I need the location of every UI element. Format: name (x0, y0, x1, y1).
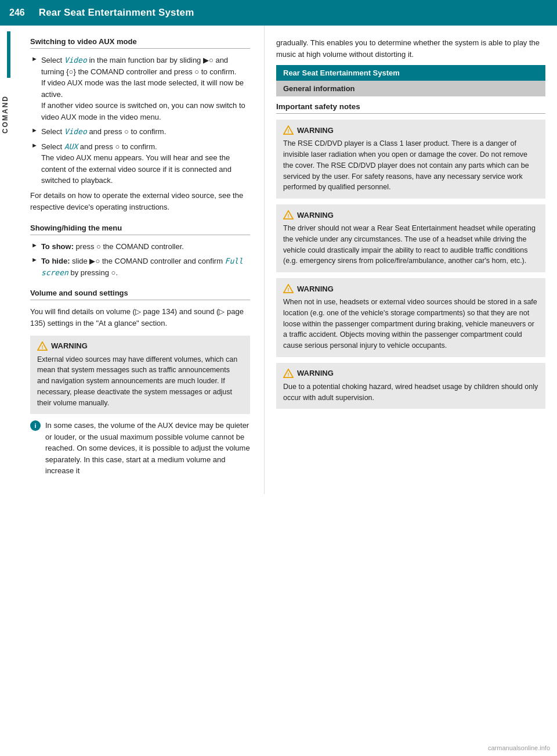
right-column: gradually. This enables you to determine… (265, 26, 557, 494)
list-item: ► Select Video and press ○ to confirm. (30, 126, 250, 138)
svg-text:!: ! (288, 213, 290, 219)
sidebar-label: COMAND (1, 95, 9, 134)
warning-triangle-icon-2: ! (283, 210, 294, 219)
warning-label: WARNING (51, 341, 88, 350)
para-operating: For details on how to operate the extern… (30, 190, 250, 213)
item-text: Select AUX and press ○ to confirm.The vi… (41, 141, 250, 186)
svg-text:!: ! (288, 128, 290, 134)
item-text: Select Video and press ○ to confirm. (41, 126, 166, 138)
svg-text:!: ! (42, 344, 44, 350)
list-item: ► To hide: slide ▶○ the COMAND controlle… (30, 255, 250, 278)
arrow-icon: ► (31, 256, 38, 278)
item-text: To hide: slide ▶○ the COMAND controller … (41, 255, 250, 278)
item-text: Select Video in the main function bar by… (41, 55, 250, 123)
gen-info-header: General information (276, 81, 545, 96)
sidebar: COMAND (0, 26, 21, 494)
svg-text:!: ! (288, 372, 290, 377)
info-circle-icon: i (30, 420, 41, 431)
watermark: carmanualsonline.info (488, 744, 550, 751)
warning-triangle-icon: ! (37, 341, 48, 351)
svg-text:!: ! (288, 287, 290, 293)
list-item: ► To show: press ○ the COMAND controller… (30, 241, 250, 253)
important-safety-heading: Important safety notes (276, 102, 545, 114)
list-item: ► Select AUX and press ○ to confirm.The … (30, 141, 250, 186)
section-switching-video: Switching to video AUX mode (30, 37, 250, 49)
page-number: 246 (9, 8, 25, 18)
warning-box-2: ! WARNING The driver should not wear a R… (276, 204, 545, 272)
warning-text-2: The driver should not wear a Rear Seat E… (283, 223, 538, 267)
info-note: i In some cases, the volume of the AUX d… (30, 420, 250, 477)
section-showing-hiding: Showing/hiding the menu (30, 224, 250, 235)
warning-box-1: ! WARNING The RSE CD/DVD player is a Cla… (276, 120, 545, 199)
section-volume-sound: Volume and sound settings (30, 289, 250, 300)
item-text: To show: press ○ the COMAND controller. (41, 241, 184, 253)
arrow-icon: ► (31, 142, 38, 186)
warning-triangle-icon-3: ! (283, 284, 294, 293)
warning-box-3: ! WARNING When not in use, headsets or e… (276, 278, 545, 357)
warning-triangle-icon-1: ! (283, 125, 294, 135)
warning-box-4: ! WARNING Due to a potential choking haz… (276, 363, 545, 409)
continuation-para: gradually. This enables you to determine… (276, 37, 545, 60)
sidebar-accent (7, 31, 10, 78)
rse-header: Rear Seat Entertainment System (276, 65, 545, 81)
arrow-icon: ► (31, 55, 38, 123)
header-title: Rear Seat Entertainment System (39, 7, 194, 19)
warning-box-volume: ! WARNING External video sources may hav… (30, 336, 250, 415)
warning-text: External video sources may have differen… (37, 354, 243, 409)
warning-triangle-icon-4: ! (283, 369, 294, 378)
warning-label-2: WARNING (297, 211, 334, 219)
warning-label-1: WARNING (297, 126, 334, 135)
warning-label-4: WARNING (297, 369, 334, 377)
header-bar: 246 Rear Seat Entertainment System (0, 0, 557, 26)
arrow-icon: ► (31, 127, 38, 138)
para-volume: You will find details on volume (▷ page … (30, 306, 250, 329)
left-column: Switching to video AUX mode ► Select Vid… (21, 26, 265, 494)
warning-label-3: WARNING (297, 285, 334, 293)
info-text: In some cases, the volume of the AUX dev… (45, 420, 250, 477)
list-item: ► Select Video in the main function bar … (30, 55, 250, 123)
arrow-icon: ► (31, 242, 38, 253)
warning-text-4: Due to a potential choking hazard, wired… (283, 381, 538, 404)
warning-text-1: The RSE CD/DVD player is a Class 1 laser… (283, 138, 538, 193)
warning-text-3: When not in use, headsets or external vi… (283, 297, 538, 351)
